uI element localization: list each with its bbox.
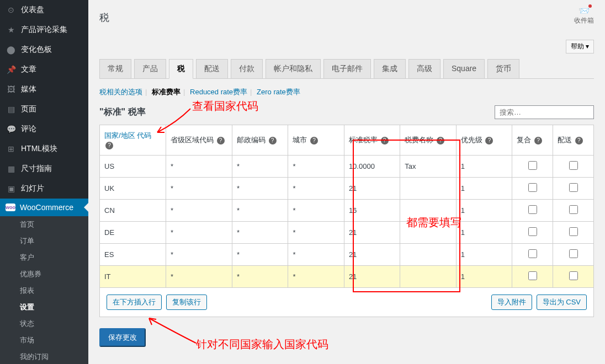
table-row[interactable]: CN***161 [100, 200, 594, 222]
sidebar-item-comments[interactable]: 💬评论 [0, 119, 88, 139]
insert-row-button[interactable]: 在下方插入行 [107, 295, 162, 310]
compound-checkbox[interactable] [528, 227, 537, 236]
compound-checkbox[interactable] [528, 161, 537, 170]
cell-country[interactable]: CN [100, 200, 166, 222]
submenu-market[interactable]: 市场 [0, 332, 88, 349]
shipping-checkbox[interactable] [569, 183, 578, 192]
help-icon[interactable]: ? [105, 142, 113, 149]
cell-country[interactable]: US [100, 156, 166, 178]
cell-rate[interactable]: 21 [344, 222, 400, 244]
cell-priority[interactable]: 1 [456, 178, 512, 200]
copy-row-button[interactable]: 复制该行 [166, 295, 207, 310]
import-button[interactable]: 导入附件 [491, 295, 532, 310]
cell-postcode[interactable]: * [232, 222, 288, 244]
cell-country[interactable]: DE [100, 222, 166, 244]
compound-checkbox[interactable] [528, 249, 537, 258]
cell-city[interactable]: * [288, 156, 344, 178]
cell-state[interactable]: * [166, 178, 232, 200]
cell-postcode[interactable]: * [232, 178, 288, 200]
help-button[interactable]: 帮助 ▾ [566, 40, 594, 53]
table-row[interactable]: DE***211 [100, 222, 594, 244]
save-button[interactable]: 保存更改 [99, 328, 146, 347]
sidebar-item-html[interactable]: ⊞HTML模块 [0, 139, 88, 159]
cell-postcode[interactable]: * [232, 200, 288, 222]
sidebar-item-swatches[interactable]: ⬤变化色板 [0, 40, 88, 60]
help-icon[interactable]: ? [437, 137, 444, 144]
cell-city[interactable]: * [288, 200, 344, 222]
cell-city[interactable]: * [288, 244, 344, 266]
cell-name[interactable] [400, 200, 456, 222]
cell-priority[interactable]: 1 [456, 200, 512, 222]
submenu-home[interactable]: 首页 [0, 216, 88, 233]
submenu-customers[interactable]: 客户 [0, 249, 88, 266]
subtab-zero[interactable]: Zero rate费率 [257, 88, 300, 96]
table-row[interactable]: UK***211 [100, 178, 594, 200]
cell-city[interactable]: * [288, 178, 344, 200]
shipping-checkbox[interactable] [569, 271, 578, 280]
shipping-checkbox[interactable] [569, 227, 578, 236]
help-icon[interactable]: ? [310, 137, 318, 144]
cell-rate[interactable]: 10.0000 [344, 156, 400, 178]
cell-state[interactable]: * [166, 200, 232, 222]
inbox-button[interactable]: 📨 收件箱 [574, 6, 594, 25]
cell-name[interactable] [400, 244, 456, 266]
shipping-checkbox[interactable] [569, 205, 578, 214]
cell-name[interactable]: Tax [400, 156, 456, 178]
shipping-checkbox[interactable] [569, 249, 578, 258]
sidebar-item-reviews[interactable]: ★产品评论采集 [0, 20, 88, 40]
table-row[interactable]: US***10.0000Tax1 [100, 156, 594, 178]
cell-name[interactable] [400, 178, 456, 200]
cell-country[interactable]: ES [100, 244, 166, 266]
search-input[interactable] [495, 105, 594, 119]
cell-name[interactable] [400, 222, 456, 244]
subtab-standard[interactable]: 标准费率 [152, 88, 181, 96]
cell-rate[interactable]: 16 [344, 200, 400, 222]
help-icon[interactable]: ? [575, 137, 583, 144]
cell-postcode[interactable]: * [232, 244, 288, 266]
table-row[interactable]: IT***211 [100, 266, 594, 288]
subtab-reduced[interactable]: Reduced rate费率 [190, 88, 247, 96]
sidebar-item-slides[interactable]: ▣幻灯片 [0, 179, 88, 199]
compound-checkbox[interactable] [528, 205, 537, 214]
col-country[interactable]: 国家/地区 代码 ? [100, 125, 166, 156]
cell-rate[interactable]: 21 [344, 178, 400, 200]
cell-rate[interactable]: 21 [344, 244, 400, 266]
sidebar-item-size[interactable]: ▦尺寸指南 [0, 159, 88, 179]
tab-advanced[interactable]: 高级 [408, 59, 441, 79]
cell-city[interactable]: * [288, 222, 344, 244]
tab-products[interactable]: 产品 [134, 59, 166, 79]
sidebar-item-media[interactable]: 🖾媒体 [0, 79, 88, 99]
compound-checkbox[interactable] [528, 183, 537, 192]
shipping-checkbox[interactable] [569, 161, 578, 170]
submenu-settings[interactable]: 设置 [0, 299, 88, 315]
cell-priority[interactable]: 1 [456, 156, 512, 178]
cell-name[interactable] [400, 266, 456, 288]
cell-priority[interactable]: 1 [456, 222, 512, 244]
sidebar-item-pages[interactable]: ▤页面 [0, 99, 88, 119]
cell-country[interactable]: IT [100, 266, 166, 288]
tab-shipping[interactable]: 配送 [196, 59, 228, 79]
sidebar-item-posts[interactable]: 📌文章 [0, 60, 88, 79]
help-icon[interactable]: ? [381, 137, 389, 144]
help-icon[interactable]: ? [269, 137, 277, 144]
cell-state[interactable]: * [166, 222, 232, 244]
sidebar-item-dashboard[interactable]: ⊙仪表盘 [0, 0, 88, 20]
cell-postcode[interactable]: * [232, 266, 288, 288]
help-icon[interactable]: ? [534, 137, 542, 144]
compound-checkbox[interactable] [528, 271, 537, 280]
cell-state[interactable]: * [166, 156, 232, 178]
subtab-options[interactable]: 税相关的选项 [99, 88, 142, 96]
help-icon[interactable]: ? [485, 137, 493, 144]
cell-rate[interactable]: 21 [344, 266, 400, 288]
tab-accounts[interactable]: 帐户和隐私 [266, 59, 321, 79]
cell-country[interactable]: UK [100, 178, 166, 200]
export-csv-button[interactable]: 导出为 CSV [537, 295, 587, 310]
tab-general[interactable]: 常规 [99, 59, 131, 79]
submenu-subscription[interactable]: 我的订阅 [0, 349, 88, 364]
submenu-status[interactable]: 状态 [0, 315, 88, 332]
tab-emails[interactable]: 电子邮件 [323, 59, 371, 79]
cell-city[interactable]: * [288, 266, 344, 288]
cell-state[interactable]: * [166, 244, 232, 266]
cell-postcode[interactable]: * [232, 156, 288, 178]
table-row[interactable]: ES***211 [100, 244, 594, 266]
